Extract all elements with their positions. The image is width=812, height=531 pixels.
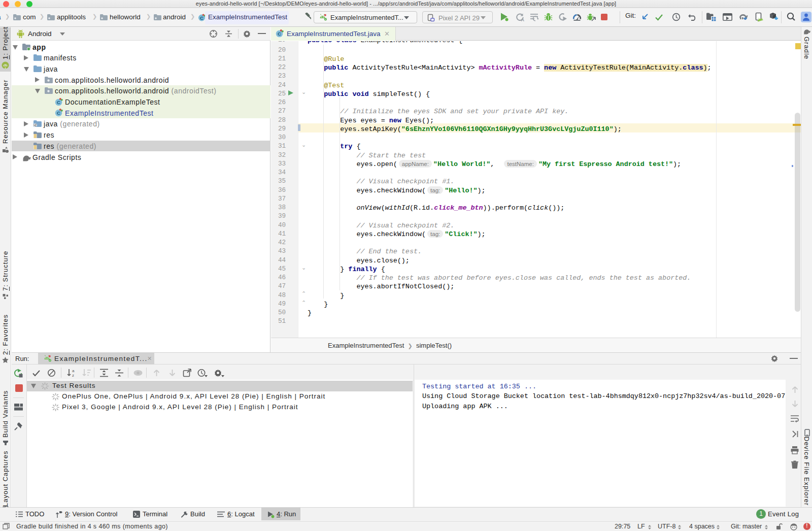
svg-text:C: C: [57, 99, 60, 105]
svg-text:C: C: [200, 15, 204, 21]
svg-text:a: a: [72, 369, 75, 373]
svg-text:C: C: [278, 31, 281, 37]
svg-text:C: C: [57, 110, 60, 116]
svg-text:A: A: [521, 17, 525, 22]
svg-text:z: z: [72, 373, 74, 377]
